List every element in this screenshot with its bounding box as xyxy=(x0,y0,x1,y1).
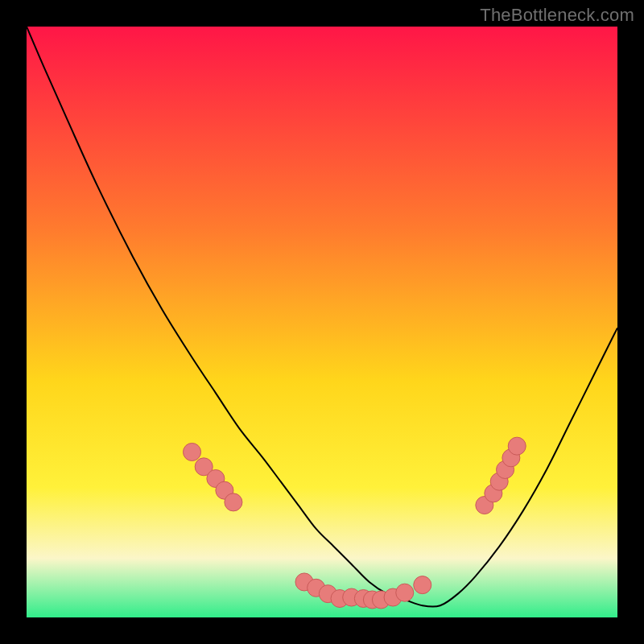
data-marker xyxy=(225,493,242,511)
watermark-text: TheBottleneck.com xyxy=(480,5,634,25)
gradient-background xyxy=(27,27,617,617)
data-marker xyxy=(184,443,201,460)
data-marker xyxy=(414,576,431,594)
watermark-link[interactable]: TheBottleneck.com xyxy=(480,5,634,26)
chart-frame: TheBottleneck.com xyxy=(0,0,644,644)
data-marker xyxy=(508,437,526,455)
chart-svg xyxy=(27,27,617,617)
plot-area xyxy=(27,27,617,617)
data-marker xyxy=(396,584,414,601)
